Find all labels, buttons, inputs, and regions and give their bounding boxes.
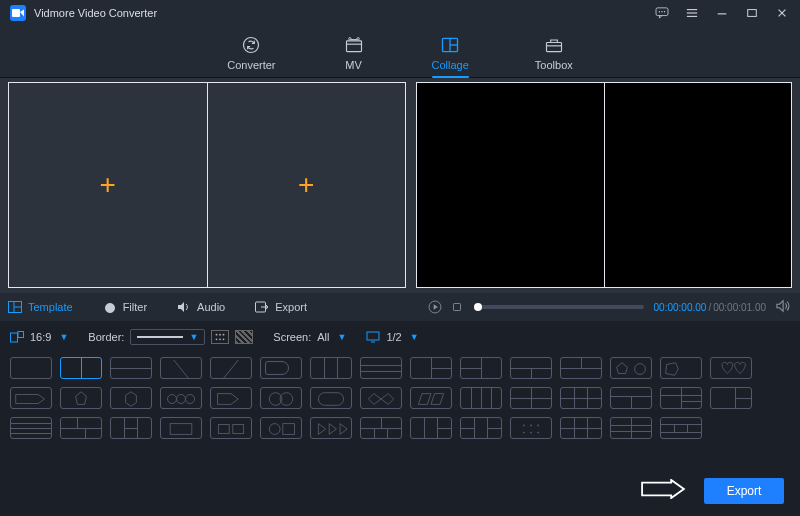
nav-mv[interactable]: MV <box>342 34 366 77</box>
border-style-select[interactable]: ▼ <box>130 329 205 345</box>
svg-point-2 <box>659 11 660 12</box>
template-thumb[interactable] <box>110 417 152 439</box>
tab-export[interactable]: Export <box>255 301 307 313</box>
collage-slot-2[interactable]: + <box>208 83 406 287</box>
template-thumb[interactable] <box>160 417 202 439</box>
feedback-icon[interactable] <box>654 6 670 20</box>
play-button[interactable] <box>428 300 442 314</box>
template-thumb[interactable] <box>510 417 552 439</box>
export-button[interactable]: Export <box>704 478 784 504</box>
add-icon: + <box>298 169 314 201</box>
template-thumb[interactable] <box>410 417 452 439</box>
template-thumb[interactable] <box>360 357 402 379</box>
minimize-button[interactable] <box>714 6 730 20</box>
screen-select[interactable]: All ▼ <box>317 331 346 343</box>
close-button[interactable] <box>774 6 790 20</box>
template-thumb[interactable] <box>460 357 502 379</box>
chevron-down-icon: ▼ <box>338 332 347 342</box>
template-thumb[interactable] <box>310 387 352 409</box>
svg-point-14 <box>348 38 350 40</box>
template-thumb[interactable] <box>110 387 152 409</box>
template-thumb[interactable] <box>510 357 552 379</box>
template-thumb[interactable] <box>610 417 652 439</box>
border-pattern-toggle[interactable] <box>235 330 253 344</box>
template-thumb[interactable] <box>610 357 652 379</box>
template-thumb[interactable] <box>460 387 502 409</box>
template-thumb[interactable] <box>460 417 502 439</box>
nav-toolbox[interactable]: Toolbox <box>535 34 573 77</box>
template-thumb[interactable] <box>60 357 102 379</box>
template-thumb[interactable] <box>360 417 402 439</box>
tab-template[interactable]: Template <box>8 301 73 313</box>
collage-slot-1[interactable]: + <box>9 83 208 287</box>
template-thumb[interactable] <box>110 357 152 379</box>
template-thumb[interactable] <box>60 417 102 439</box>
template-thumb[interactable] <box>60 387 102 409</box>
template-thumb[interactable] <box>660 357 702 379</box>
svg-point-41 <box>168 395 177 404</box>
workspace: + + <box>0 78 800 293</box>
svg-rect-9 <box>748 10 757 17</box>
footer: Export <box>640 478 784 504</box>
aspect-ratio-select[interactable]: 16:9 ▼ <box>10 331 68 343</box>
template-thumb[interactable] <box>160 387 202 409</box>
export-label: Export <box>727 484 762 498</box>
nav-collage[interactable]: Collage <box>432 34 469 77</box>
svg-point-33 <box>223 338 225 340</box>
main-navigation: Converter MV Collage Toolbox <box>0 26 800 78</box>
tab-audio[interactable]: Audio <box>177 301 225 313</box>
template-controls: 16:9 ▼ Border: ▼ Screen: All ▼ 1/2 ▼ <box>0 321 800 353</box>
svg-point-53 <box>530 425 532 427</box>
screen-value: All <box>317 331 329 343</box>
template-thumb[interactable] <box>10 357 52 379</box>
menu-icon[interactable] <box>684 6 700 20</box>
template-thumb[interactable] <box>660 417 702 439</box>
app-logo <box>10 5 26 21</box>
nav-converter[interactable]: Converter <box>227 34 275 77</box>
chevron-down-icon: ▼ <box>410 332 419 342</box>
maximize-button[interactable] <box>744 6 760 20</box>
template-thumb[interactable] <box>610 387 652 409</box>
template-thumb[interactable] <box>660 387 702 409</box>
template-thumb[interactable] <box>310 417 352 439</box>
tab-label: Template <box>28 301 73 313</box>
page-select[interactable]: 1/2 ▼ <box>386 331 418 343</box>
svg-point-52 <box>523 425 525 427</box>
stop-button[interactable] <box>450 300 464 314</box>
svg-rect-46 <box>318 393 343 406</box>
template-thumb[interactable] <box>160 357 202 379</box>
svg-point-56 <box>530 432 532 434</box>
seek-thumb[interactable] <box>474 303 482 311</box>
template-thumb[interactable] <box>210 357 252 379</box>
seek-bar[interactable] <box>474 305 644 309</box>
tab-label: Export <box>275 301 307 313</box>
svg-point-54 <box>537 425 539 427</box>
template-thumb[interactable] <box>10 387 52 409</box>
template-thumb[interactable] <box>560 417 602 439</box>
border-grid-toggle[interactable] <box>211 330 229 344</box>
template-thumb[interactable] <box>710 387 752 409</box>
volume-icon[interactable] <box>776 299 792 315</box>
template-thumb[interactable] <box>360 387 402 409</box>
svg-marker-40 <box>126 392 137 406</box>
template-thumb[interactable] <box>210 417 252 439</box>
nav-label: Toolbox <box>535 59 573 71</box>
svg-point-4 <box>664 11 665 12</box>
time-readout: 00:00:00.00 / 00:00:01.00 <box>654 302 766 313</box>
template-thumb[interactable] <box>260 387 302 409</box>
template-thumb[interactable] <box>410 387 452 409</box>
template-thumb[interactable] <box>210 387 252 409</box>
template-thumb[interactable] <box>260 357 302 379</box>
template-thumb[interactable] <box>560 357 602 379</box>
template-thumb[interactable] <box>510 387 552 409</box>
ratio-value: 16:9 <box>30 331 51 343</box>
svg-point-32 <box>219 338 221 340</box>
template-thumb[interactable] <box>10 417 52 439</box>
template-thumb[interactable] <box>710 357 752 379</box>
annotation-arrow <box>640 479 686 503</box>
tab-filter[interactable]: Filter <box>103 301 147 313</box>
template-thumb[interactable] <box>310 357 352 379</box>
template-thumb[interactable] <box>410 357 452 379</box>
template-thumb[interactable] <box>560 387 602 409</box>
template-thumb[interactable] <box>260 417 302 439</box>
